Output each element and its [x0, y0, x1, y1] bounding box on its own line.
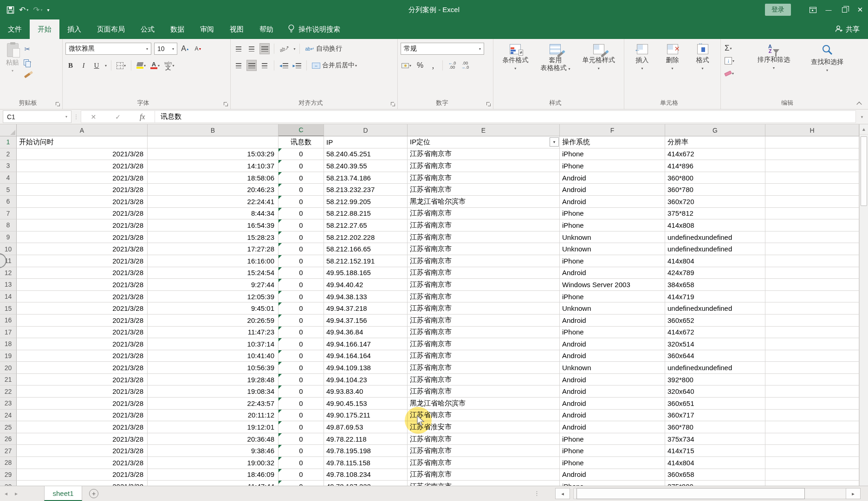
cell-B9[interactable]: 15:28:23: [148, 231, 279, 244]
row-header-23[interactable]: 23: [0, 398, 17, 410]
cell-F25[interactable]: Android: [560, 421, 665, 433]
cell-H13[interactable]: [765, 279, 859, 291]
cell-C24[interactable]: 0: [279, 410, 324, 422]
cell-C14[interactable]: 0: [279, 291, 324, 303]
cell-D12[interactable]: 49.95.188.165: [324, 267, 408, 279]
cell-H4[interactable]: [765, 172, 859, 184]
cell-B30[interactable]: 11:47:44: [148, 481, 279, 486]
cell-E8[interactable]: 江苏省南京市: [408, 219, 560, 231]
cell-G17[interactable]: 414x672: [665, 327, 765, 339]
row-header-17[interactable]: 17: [0, 327, 17, 339]
cell-F14[interactable]: iPhone: [560, 291, 665, 303]
cell-A1[interactable]: 开始访问时: [17, 136, 148, 148]
cell-F8[interactable]: iPhone: [560, 219, 665, 231]
cell-E1[interactable]: IP定位▾: [408, 136, 560, 148]
cell-F30[interactable]: iPhone: [560, 481, 665, 486]
cell-B20[interactable]: 10:56:39: [148, 362, 279, 374]
cell-G16[interactable]: 360x652: [665, 315, 765, 327]
cell-A28[interactable]: 2021/3/28: [17, 457, 148, 469]
cell-H25[interactable]: [765, 421, 859, 433]
cell-D28[interactable]: 49.78.115.158: [324, 457, 408, 469]
cell-F3[interactable]: iPhone: [560, 160, 665, 172]
cell-A10[interactable]: 2021/3/28: [17, 243, 148, 255]
cell-H10[interactable]: [765, 243, 859, 255]
cell-H11[interactable]: [765, 255, 859, 267]
cell-E4[interactable]: 江苏省南京市: [408, 172, 560, 184]
cell-G27[interactable]: 414x715: [665, 445, 765, 457]
cell-A8[interactable]: 2021/3/28: [17, 219, 148, 231]
decrease-indent-button[interactable]: ◂: [279, 60, 289, 71]
cell-E23[interactable]: 黑龙江省哈尔滨市: [408, 398, 560, 410]
cell-E15[interactable]: 江苏省南京市: [408, 302, 560, 315]
login-button[interactable]: 登录: [765, 4, 791, 16]
prev-sheet-icon[interactable]: ◂: [5, 490, 7, 497]
align-left-button[interactable]: [233, 60, 244, 71]
underline-button[interactable]: U: [91, 60, 102, 71]
cell-styles-button[interactable]: 单元格样式 ▾: [579, 43, 618, 74]
cell-B14[interactable]: 12:05:39: [148, 291, 279, 303]
cell-A29[interactable]: 2021/3/28: [17, 469, 148, 481]
cell-D16[interactable]: 49.94.37.156: [324, 315, 408, 327]
merge-center-button[interactable]: ↔ 合并后居中 ▾: [311, 60, 358, 71]
cell-C1[interactable]: 讯息数: [279, 136, 324, 148]
cell-H12[interactable]: [765, 267, 859, 279]
cell-G19[interactable]: 360x644: [665, 350, 765, 362]
cell-F28[interactable]: iPhone: [560, 457, 665, 469]
cell-F11[interactable]: iPhone: [560, 255, 665, 267]
cell-D29[interactable]: 49.78.108.234: [324, 469, 408, 481]
cell-E27[interactable]: 江苏省南京市: [408, 445, 560, 457]
cell-G12[interactable]: 424x789: [665, 267, 765, 279]
row-header-1[interactable]: 1: [0, 136, 17, 148]
cell-G8[interactable]: 414x808: [665, 219, 765, 231]
cell-B1[interactable]: [148, 136, 279, 148]
fill-color-button[interactable]: ▾: [136, 60, 147, 71]
cell-A18[interactable]: 2021/3/28: [17, 338, 148, 350]
row-header-18[interactable]: 18: [0, 338, 17, 350]
cell-H26[interactable]: [765, 433, 859, 445]
column-header-D[interactable]: D: [324, 124, 408, 136]
row-header-3[interactable]: 3: [0, 160, 17, 172]
cell-H18[interactable]: [765, 338, 859, 350]
new-sheet-button[interactable]: +: [89, 489, 98, 498]
format-as-table-button[interactable]: 套用 表格格式 ▾: [538, 43, 574, 74]
cell-D22[interactable]: 49.93.83.40: [324, 385, 408, 398]
cell-A5[interactable]: 2021/3/28: [17, 184, 148, 196]
cell-D24[interactable]: 49.90.175.211: [324, 410, 408, 422]
cell-B10[interactable]: 17:27:28: [148, 243, 279, 255]
cell-G24[interactable]: 360x717: [665, 410, 765, 422]
cell-C5[interactable]: 0: [279, 184, 324, 196]
tab-帮助[interactable]: 帮助: [252, 19, 281, 39]
cell-H7[interactable]: [765, 208, 859, 220]
orientation-button[interactable]: ab↗: [277, 41, 292, 56]
cell-C3[interactable]: 0: [279, 160, 324, 172]
row-header-6[interactable]: 6: [0, 196, 17, 208]
vertical-scrollbar-thumb[interactable]: [861, 136, 867, 206]
cell-E7[interactable]: 江苏省南京市: [408, 208, 560, 220]
cell-F23[interactable]: Android: [560, 398, 665, 410]
cell-E6[interactable]: 黑龙江省哈尔滨市: [408, 196, 560, 208]
cell-F10[interactable]: Unknown: [560, 243, 665, 255]
cell-D4[interactable]: 58.213.74.186: [324, 172, 408, 184]
cell-D18[interactable]: 49.94.166.147: [324, 338, 408, 350]
cell-A24[interactable]: 2021/3/28: [17, 410, 148, 422]
cell-A7[interactable]: 2021/3/28: [17, 208, 148, 220]
cut-icon[interactable]: ✂: [22, 44, 32, 55]
cell-H16[interactable]: [765, 315, 859, 327]
cell-B27[interactable]: 9:38:46: [148, 445, 279, 457]
percent-style-button[interactable]: %: [415, 60, 425, 71]
row-header-14[interactable]: 14: [0, 291, 17, 303]
cell-B24[interactable]: 20:11:12: [148, 410, 279, 422]
column-header-E[interactable]: E: [408, 124, 560, 136]
cancel-entry-icon[interactable]: ✕: [91, 113, 96, 121]
cell-F9[interactable]: Unknown: [560, 231, 665, 244]
cell-C18[interactable]: 0: [279, 338, 324, 350]
cell-C29[interactable]: 0: [279, 469, 324, 481]
cell-C7[interactable]: 0: [279, 208, 324, 220]
cell-A21[interactable]: 2021/3/28: [17, 374, 148, 386]
clear-button[interactable]: ▾: [724, 68, 748, 79]
cell-C28[interactable]: 0: [279, 457, 324, 469]
cell-E13[interactable]: 江苏省南京市: [408, 279, 560, 291]
cell-A13[interactable]: 2021/3/28: [17, 279, 148, 291]
expand-formula-bar-icon[interactable]: ▾: [856, 109, 868, 124]
cell-C30[interactable]: 0: [279, 481, 324, 486]
